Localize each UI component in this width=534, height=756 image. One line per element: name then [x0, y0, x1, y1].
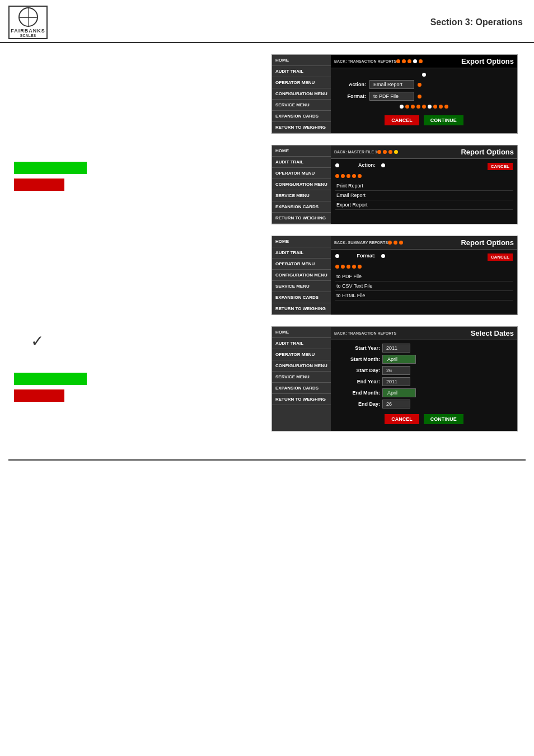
- sidebar-item-home-3[interactable]: HOME: [272, 236, 331, 247]
- action-row-2: Action:: [335, 162, 385, 168]
- end-month-label: End Month:: [335, 390, 380, 396]
- list-item-csv[interactable]: to CSV Text File: [335, 281, 513, 291]
- sidebar-item-home-4[interactable]: HOME: [272, 327, 331, 338]
- sidebar-item-config-2[interactable]: CONFIGURATION MENU: [272, 179, 331, 190]
- list-item-print[interactable]: Print Report: [335, 181, 513, 191]
- dots-4: [335, 173, 513, 179]
- end-year-value[interactable]: 2011: [382, 377, 410, 386]
- panel-header-1: BACK: TRANSACTION REPORTS Export Options: [331, 55, 517, 68]
- green-bar-2: [14, 373, 87, 385]
- sidebar-item-audit-3[interactable]: AUDIT TRAIL: [272, 247, 331, 259]
- dot: [394, 150, 398, 154]
- sidebar-item-home-2[interactable]: HOME: [272, 145, 331, 157]
- sidebar-item-service-3[interactable]: SERVICE MENU: [272, 281, 331, 292]
- dot: [335, 254, 339, 258]
- action-value[interactable]: Email Report: [369, 80, 414, 89]
- end-day-value[interactable]: 26: [382, 400, 410, 408]
- dot: [341, 174, 345, 178]
- cancel-button-4[interactable]: CANCEL: [385, 414, 419, 424]
- sidebar-item-return-2[interactable]: RETURN TO WEIGHING: [272, 213, 331, 224]
- action-row: Action: Email Report: [335, 80, 513, 89]
- dots-row-2: [377, 149, 398, 155]
- list-item-pdf[interactable]: to PDF File: [335, 272, 513, 281]
- sidebar-item-operator-2[interactable]: OPERATOR MENU: [272, 168, 331, 179]
- start-year-value[interactable]: 2011: [382, 344, 410, 353]
- sidebar-item-audit-2[interactable]: AUDIT TRAIL: [272, 157, 331, 168]
- sidebar-item-operator-4[interactable]: OPERATOR MENU: [272, 349, 331, 360]
- logo-text: FAIRBANKS: [11, 28, 45, 34]
- dot: [335, 174, 339, 178]
- dot: [388, 150, 392, 154]
- start-year-row: Start Year: 2011: [335, 344, 513, 353]
- panel-header-4: BACK: TRANSACTION REPORTS Select Dates: [331, 327, 517, 340]
- sidebar-item-operator[interactable]: OPERATOR MENU: [272, 77, 331, 88]
- dot: [411, 105, 415, 109]
- logo-subtext: SCALES: [20, 34, 36, 37]
- sidebar-item-service[interactable]: SERVICE MENU: [272, 100, 331, 111]
- dot: [377, 150, 381, 154]
- start-day-row: Start Day: 26: [335, 366, 513, 375]
- dot: [439, 105, 443, 109]
- sidebar-item-return-4[interactable]: RETURN TO WEIGHING: [272, 394, 331, 405]
- list-item-html[interactable]: to HTML File: [335, 291, 513, 300]
- dot: [416, 105, 420, 109]
- sidebar-item-audit-4[interactable]: AUDIT TRAIL: [272, 338, 331, 349]
- dots-3: [335, 104, 513, 110]
- panel-main-1: BACK: TRANSACTION REPORTS Export Options: [331, 55, 517, 133]
- format-value[interactable]: to PDF File: [369, 92, 414, 101]
- btn-row-4: CANCEL CONTINUE: [335, 411, 513, 428]
- sidebar-item-service-4[interactable]: SERVICE MENU: [272, 372, 331, 383]
- cancel-button-2[interactable]: CANCEL: [488, 163, 513, 170]
- end-month-value[interactable]: April: [382, 388, 416, 397]
- dot: [413, 59, 417, 63]
- continue-button-1[interactable]: CONTINUE: [424, 115, 463, 125]
- sidebar-item-config-3[interactable]: CONFIGURATION MENU: [272, 270, 331, 281]
- panel-format-options: HOME AUDIT TRAIL OPERATOR MENU CONFIGURA…: [271, 236, 518, 315]
- list-item-email[interactable]: Email Report: [335, 191, 513, 200]
- sidebar-item-home[interactable]: HOME: [272, 55, 331, 66]
- panel-body-3: Format: CANCEL to PDF File to CSV Text F…: [331, 250, 517, 314]
- sidebar-item-return[interactable]: RETURN TO WEIGHING: [272, 122, 331, 133]
- dot: [358, 174, 362, 178]
- dot: [388, 241, 392, 245]
- start-day-value[interactable]: 26: [382, 366, 410, 375]
- sidebar-item-expansion-3[interactable]: EXPANSION CARDS: [272, 292, 331, 303]
- dot: [418, 83, 421, 87]
- dot: [402, 59, 406, 63]
- cancel-button-3[interactable]: CANCEL: [488, 253, 513, 261]
- format-row: Format: to PDF File: [335, 92, 513, 101]
- sidebar-2: HOME AUDIT TRAIL OPERATOR MENU CONFIGURA…: [272, 145, 331, 224]
- panel-main-2: BACK: MASTER FILE 1 Report Options Actio…: [331, 145, 517, 224]
- dot: [396, 59, 400, 63]
- format-label: Format:: [335, 93, 366, 99]
- dot: [428, 105, 432, 109]
- dot: [346, 265, 350, 269]
- end-month-row: End Month: April: [335, 388, 513, 397]
- start-day-label: Start Day:: [335, 368, 380, 373]
- dot: [407, 59, 411, 63]
- end-year-label: End Year:: [335, 379, 380, 384]
- dot: [346, 174, 350, 178]
- panel-title-1: Export Options: [461, 57, 514, 65]
- dot: [394, 241, 397, 245]
- start-year-label: Start Year:: [335, 345, 380, 351]
- sidebar-item-service-2[interactable]: SERVICE MENU: [272, 190, 331, 201]
- sidebar-item-operator-3[interactable]: OPERATOR MENU: [272, 259, 331, 270]
- sidebar-item-expansion-4[interactable]: EXPANSION CARDS: [272, 383, 331, 394]
- sidebar-3: HOME AUDIT TRAIL OPERATOR MENU CONFIGURA…: [272, 236, 331, 314]
- cancel-button-1[interactable]: CANCEL: [385, 115, 419, 125]
- left-text-area-2: [8, 145, 271, 195]
- sidebar-item-expansion-2[interactable]: EXPANSION CARDS: [272, 201, 331, 213]
- continue-button-4[interactable]: CONTINUE: [424, 414, 463, 424]
- green-bar-1: [14, 162, 87, 174]
- start-month-row: Start Month: April: [335, 355, 513, 364]
- start-month-value[interactable]: April: [382, 355, 416, 364]
- logo-globe: [18, 7, 38, 27]
- sidebar-item-config-4[interactable]: CONFIGURATION MENU: [272, 360, 331, 372]
- sidebar-item-return-3[interactable]: RETURN TO WEIGHING: [272, 303, 331, 314]
- list-item-export[interactable]: Export Report: [335, 200, 513, 210]
- btn-row-1: CANCEL CONTINUE: [335, 112, 513, 129]
- sidebar-item-audit[interactable]: AUDIT TRAIL: [272, 66, 331, 77]
- sidebar-item-config[interactable]: CONFIGURATION MENU: [272, 88, 331, 100]
- sidebar-item-expansion[interactable]: EXPANSION CARDS: [272, 111, 331, 122]
